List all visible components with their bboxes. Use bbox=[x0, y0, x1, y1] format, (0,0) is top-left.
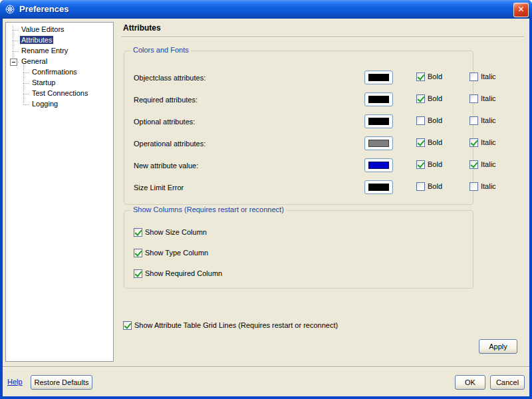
color-swatch-button[interactable] bbox=[364, 180, 393, 194]
preferences-tree: Value Editors Attributes Rename Entry Ge… bbox=[5, 22, 114, 362]
italic-label: Italic bbox=[481, 138, 496, 147]
color-row-label: Optional attributes: bbox=[134, 114, 195, 129]
bold-label: Bold bbox=[428, 138, 442, 147]
close-button[interactable]: ✕ bbox=[513, 3, 529, 17]
color-swatch bbox=[368, 118, 389, 125]
italic-label: Italic bbox=[481, 116, 496, 125]
sidebar-item-general[interactable]: General bbox=[6, 57, 113, 67]
show-required-column-checkbox[interactable]: Show Required Column bbox=[124, 268, 473, 279]
color-swatch-button[interactable] bbox=[364, 136, 393, 150]
bold-checkbox[interactable]: Bold bbox=[416, 138, 442, 147]
sidebar-item-attributes[interactable]: Attributes bbox=[6, 35, 113, 46]
color-row-operational: Operational attributes: Bold Italic bbox=[124, 136, 473, 151]
header-separator bbox=[122, 37, 524, 37]
sidebar-item-value-editors[interactable]: Value Editors bbox=[6, 25, 113, 35]
checkbox-icon bbox=[416, 182, 425, 191]
checkbox-icon bbox=[123, 321, 132, 330]
title-bar[interactable]: Preferences ✕ bbox=[0, 0, 532, 19]
color-swatch bbox=[368, 162, 389, 169]
italic-checkbox[interactable]: Italic bbox=[469, 138, 496, 147]
bold-label: Bold bbox=[428, 116, 442, 125]
color-swatch-button[interactable] bbox=[364, 92, 393, 106]
apply-button[interactable]: Apply bbox=[479, 339, 517, 354]
app-web-icon bbox=[5, 4, 15, 15]
group-label: Colors and Fonts bbox=[131, 46, 191, 54]
checkbox-icon bbox=[134, 249, 142, 257]
sidebar-item-test-connections[interactable]: Test Connections bbox=[6, 88, 113, 99]
italic-checkbox[interactable]: Italic bbox=[469, 160, 496, 169]
color-swatch-button[interactable] bbox=[364, 114, 393, 128]
grid-lines-checkbox[interactable]: Show Attribute Table Grid Lines (Require… bbox=[123, 321, 338, 330]
checkbox-icon bbox=[469, 138, 478, 147]
color-row-label: Operational attributes: bbox=[134, 136, 205, 151]
color-swatch bbox=[368, 184, 389, 191]
bold-checkbox[interactable]: Bold bbox=[416, 94, 442, 103]
italic-label: Italic bbox=[481, 182, 496, 191]
checkbox-icon bbox=[416, 116, 425, 125]
bold-checkbox[interactable]: Bold bbox=[416, 182, 442, 191]
checkbox-icon bbox=[416, 94, 425, 103]
bold-checkbox[interactable]: Bold bbox=[416, 72, 442, 81]
checkbox-icon bbox=[416, 72, 425, 81]
show-type-column-checkbox[interactable]: Show Type Column bbox=[124, 247, 473, 259]
italic-checkbox[interactable]: Italic bbox=[469, 182, 496, 191]
color-swatch bbox=[368, 96, 389, 103]
group-label: Show Columns (Requires restart or reconn… bbox=[131, 205, 286, 213]
ok-button[interactable]: OK bbox=[455, 375, 485, 390]
checkbox-label: Show Size Column bbox=[145, 228, 207, 237]
colors-and-fonts-group: Colors and Fonts Objectclass attributes:… bbox=[124, 51, 473, 205]
color-row-optional: Optional attributes: Bold Italic bbox=[124, 114, 473, 129]
window-title: Preferences bbox=[19, 0, 68, 18]
italic-checkbox[interactable]: Italic bbox=[469, 72, 496, 81]
checkbox-icon bbox=[469, 72, 478, 81]
preferences-dialog: Preferences ✕ Value Editors Attributes R… bbox=[0, 0, 532, 399]
color-swatch-button[interactable] bbox=[364, 70, 393, 84]
color-row-new-attribute: New attribute value: Bold Italic bbox=[124, 158, 473, 173]
checkbox-icon bbox=[469, 160, 478, 169]
italic-checkbox[interactable]: Italic bbox=[469, 94, 496, 103]
checkbox-icon bbox=[469, 116, 478, 125]
cancel-button[interactable]: Cancel bbox=[490, 375, 525, 390]
checkbox-icon bbox=[469, 182, 478, 191]
restore-defaults-button[interactable]: Restore Defaults bbox=[31, 375, 92, 390]
color-row-required: Required attributes: Bold Italic bbox=[124, 92, 473, 107]
bold-label: Bold bbox=[428, 160, 442, 169]
bold-label: Bold bbox=[428, 182, 442, 191]
color-swatch bbox=[368, 74, 389, 81]
color-row-objectclass: Objectclass attributes: Bold Italic bbox=[124, 70, 473, 85]
show-columns-group: Show Columns (Requires restart or reconn… bbox=[124, 210, 473, 289]
sidebar-item-startup[interactable]: Startup bbox=[6, 78, 113, 88]
bold-checkbox[interactable]: Bold bbox=[416, 116, 442, 125]
checkbox-label: Show Required Column bbox=[145, 269, 222, 278]
italic-label: Italic bbox=[481, 94, 496, 103]
dialog-body: Value Editors Attributes Rename Entry Ge… bbox=[3, 19, 529, 396]
help-link[interactable]: Help bbox=[7, 378, 23, 386]
color-row-label: New attribute value: bbox=[134, 158, 198, 173]
color-swatch bbox=[368, 140, 389, 147]
bold-checkbox[interactable]: Bold bbox=[416, 160, 442, 169]
show-size-column-checkbox[interactable]: Show Size Column bbox=[124, 227, 473, 238]
color-row-size-limit-error: Size Limit Error Bold Italic bbox=[124, 180, 473, 195]
checkbox-icon bbox=[469, 94, 478, 103]
collapse-minus-icon[interactable] bbox=[10, 59, 17, 66]
checkbox-icon bbox=[134, 269, 142, 278]
close-icon: ✕ bbox=[517, 5, 524, 14]
checkbox-icon bbox=[416, 160, 425, 169]
italic-label: Italic bbox=[481, 160, 496, 169]
sidebar-item-rename-entry[interactable]: Rename Entry bbox=[6, 46, 113, 57]
checkbox-icon bbox=[134, 228, 142, 237]
sidebar-item-logging[interactable]: Logging bbox=[6, 99, 113, 110]
bottom-separator bbox=[3, 366, 529, 367]
bold-label: Bold bbox=[428, 72, 442, 81]
checkbox-label: Show Attribute Table Grid Lines (Require… bbox=[134, 321, 338, 330]
color-swatch-button[interactable] bbox=[364, 158, 393, 172]
page-title: Attributes bbox=[123, 23, 161, 33]
italic-checkbox[interactable]: Italic bbox=[469, 116, 496, 125]
color-row-label: Objectclass attributes: bbox=[134, 70, 205, 85]
italic-label: Italic bbox=[481, 72, 496, 81]
checkbox-icon bbox=[416, 138, 425, 147]
bold-label: Bold bbox=[428, 94, 442, 103]
color-row-label: Required attributes: bbox=[134, 92, 198, 107]
sidebar-item-confirmations[interactable]: Confirmations bbox=[6, 67, 113, 78]
color-row-label: Size Limit Error bbox=[134, 180, 184, 195]
